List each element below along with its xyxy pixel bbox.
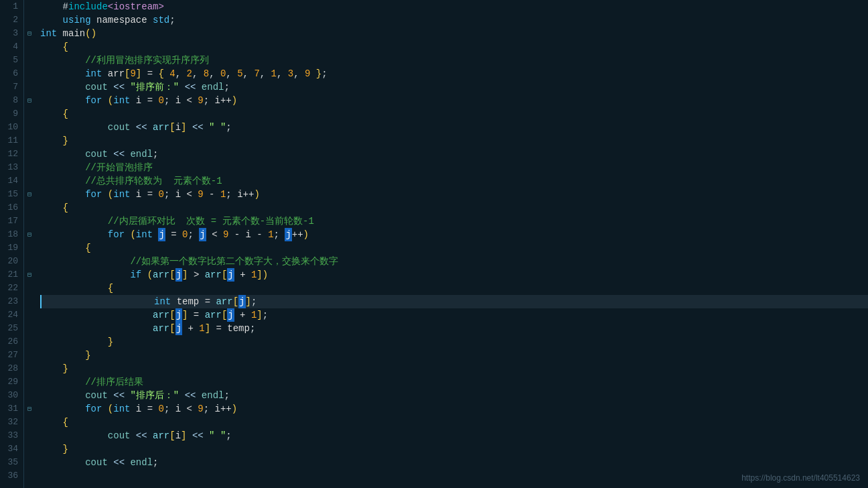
fold-placeholder: [25, 416, 34, 429]
token-br: [: [169, 121, 175, 134]
code-line: //如果第一个数字比第二个数字大，交换来个数字: [40, 255, 868, 268]
token-br: ]: [182, 308, 188, 322]
token-br: (: [108, 402, 113, 416]
token-hl-var: j: [175, 308, 182, 322]
code-line: cout << arr[i] << " ";: [40, 429, 868, 442]
code-line: //总共排序轮数为 元素个数-1: [40, 174, 868, 188]
token-br: ]): [257, 268, 268, 282]
line-number: 36: [5, 469, 18, 483]
code-editor: 1234567891011121314151617181920212223242…: [0, 0, 868, 488]
token-hl-var: j: [175, 322, 182, 335]
fold-placeholder: [25, 107, 34, 121]
fold-button[interactable]: ⊟: [25, 228, 34, 241]
token-br: (: [147, 268, 153, 282]
code-line: for (int i = 0; i < 9 - 1; i++): [40, 188, 868, 201]
token-br: (: [108, 188, 113, 201]
line-number: 34: [5, 442, 18, 456]
token-hl-var: j: [238, 295, 245, 308]
token-br: ]: [181, 121, 186, 134]
line-number: 33: [5, 429, 18, 442]
code-content: #include<iostream> using namespace std;i…: [35, 0, 868, 488]
token-arr-name: arr: [205, 308, 222, 322]
fold-button[interactable]: ⊟: [25, 188, 34, 201]
watermark: https://blog.csdn.net/lt405514623: [741, 473, 860, 483]
token-kw: for: [85, 402, 102, 416]
token-punct: ;: [250, 322, 255, 335]
token-punct: ;: [321, 67, 327, 80]
token-va: i <: [175, 188, 198, 201]
fold-gutter: ⊟⊟⊟⊟⊟⊟: [24, 0, 35, 488]
token-kw: int: [85, 67, 102, 80]
token-br: }: [40, 442, 68, 456]
indent: [40, 188, 85, 201]
token-kw: for: [85, 94, 102, 107]
token-num: 0: [158, 94, 163, 107]
token-br: (: [130, 228, 135, 241]
line-number: 35: [5, 456, 18, 469]
code-line: }: [40, 349, 868, 362]
fold-button[interactable]: ⊟: [25, 402, 34, 416]
token-num: 8: [204, 67, 209, 80]
indent: [40, 121, 108, 134]
indent: [40, 94, 85, 107]
token-kw: for: [85, 188, 102, 201]
token-fn: cout: [85, 147, 108, 161]
token-fn: endl: [202, 389, 224, 402]
fold-placeholder: [25, 161, 34, 174]
token-br: (: [108, 94, 113, 107]
fold-placeholder: [25, 40, 34, 54]
fold-button[interactable]: ⊟: [25, 94, 34, 107]
token-punct: ;: [226, 188, 237, 201]
token-num: 9: [198, 188, 203, 201]
code-line: cout << endl;: [40, 147, 868, 161]
token-num: 0: [220, 67, 226, 80]
code-line: //排序后结果: [40, 375, 868, 389]
line-number: 2: [5, 13, 18, 27]
token-kw: using: [40, 13, 91, 27]
line-number: 32: [5, 416, 18, 429]
token-va: ++: [292, 228, 303, 241]
token-kw: for: [108, 228, 125, 241]
token-punct: ;: [153, 147, 158, 161]
token-punct: ;: [224, 389, 229, 402]
token-num: 7: [254, 67, 259, 80]
line-number: 11: [5, 134, 18, 147]
token-punct: ;: [226, 121, 231, 134]
token-va: main: [57, 27, 85, 40]
fold-placeholder: [25, 295, 34, 308]
token-va: [141, 268, 147, 282]
token-hl-var: j: [227, 308, 234, 322]
token-br: ]: [181, 429, 186, 442]
line-number: 6: [5, 67, 18, 80]
token-hl-var: j: [227, 268, 234, 282]
fold-placeholder: [25, 255, 34, 268]
fold-placeholder: [25, 389, 34, 402]
token-punct: ;: [164, 94, 175, 107]
token-br: {: [40, 201, 68, 215]
token-punct: ;: [169, 13, 175, 27]
token-cm: //开始冒泡排序: [85, 161, 153, 174]
token-op: <<: [186, 121, 209, 134]
line-number: 29: [5, 375, 18, 389]
indent: [40, 456, 85, 469]
token-br: }: [40, 362, 68, 375]
token-num: 9: [198, 94, 203, 107]
token-punct: #: [40, 0, 68, 13]
code-area: 1234567891011121314151617181920212223242…: [0, 0, 868, 488]
token-kw: int: [136, 228, 153, 241]
token-punct: ;: [263, 308, 268, 322]
code-line: cout << arr[i] << " ";: [40, 121, 868, 134]
token-hl-var: j: [175, 268, 182, 282]
token-br: ]: [136, 67, 141, 80]
token-num: 0: [182, 228, 188, 241]
token-br: ]: [182, 268, 188, 282]
fold-button[interactable]: ⊟: [25, 27, 34, 40]
line-number: 28: [5, 362, 18, 375]
fold-button[interactable]: ⊟: [25, 268, 34, 282]
token-cm: //排序后结果: [85, 375, 143, 389]
token-str: "排序前：": [130, 80, 179, 94]
token-punct: ;: [204, 402, 215, 416]
fold-placeholder: [25, 13, 34, 27]
token-va: i++: [215, 94, 232, 107]
token-hl-var: j: [285, 228, 291, 241]
